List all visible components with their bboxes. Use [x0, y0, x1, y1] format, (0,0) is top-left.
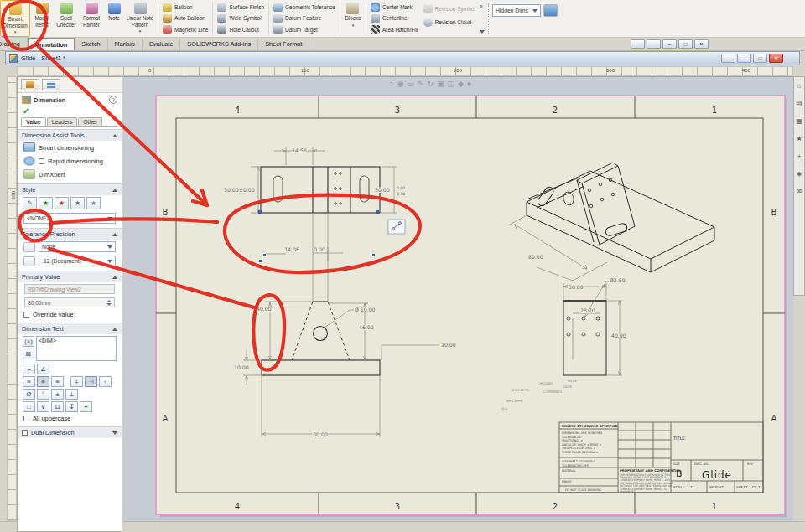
dim-text[interactable]: 30.00 — [569, 284, 584, 290]
help-icon[interactable]: ? — [109, 96, 117, 104]
auto-balloon-button[interactable]: Auto Balloon — [163, 14, 208, 23]
edit-appearance-icon[interactable]: ◆ — [458, 80, 464, 88]
view-hidden-dims-icon[interactable] — [543, 4, 558, 17]
geometric-tolerance-button[interactable]: Geometric Tolerance — [273, 3, 335, 12]
zoom-area-icon[interactable]: ◉ — [397, 80, 403, 88]
justify-center-button[interactable]: ≡ — [37, 376, 49, 387]
centerline-symbol-button[interactable]: ⟂ — [65, 389, 78, 400]
weld-symbol-button[interactable]: Weld Symbol — [217, 14, 264, 23]
dim-text[interactable]: 50.00 — [375, 187, 390, 193]
tab-sketch[interactable]: Sketch — [75, 38, 107, 50]
configuration-tab[interactable] — [42, 79, 60, 90]
smart-dimensioning-row[interactable]: Smart dimensioning — [18, 141, 122, 154]
rotate-view-icon[interactable]: ↻ — [427, 80, 434, 88]
rapid-dimensioning-row[interactable]: Rapid dimensioning — [18, 154, 122, 168]
close-icon[interactable]: ✕ — [769, 54, 783, 63]
previous-view-icon[interactable]: ▭ — [407, 80, 414, 88]
note-text[interactable]: DATE — [564, 385, 572, 389]
note-text[interactable]: Q.A. — [501, 406, 508, 411]
ok-check-icon[interactable]: ✓ — [18, 106, 122, 117]
depth-symbol-button[interactable]: ↧ — [65, 401, 78, 412]
dimension-value-field[interactable]: 80.00mm — [24, 297, 115, 307]
ribbon-overflow-button[interactable]: » — [480, 3, 485, 9]
tab-leaders[interactable]: Leaders — [47, 117, 78, 126]
dim-text[interactable]: 40.00 — [257, 306, 272, 312]
dim-tolerance-text[interactable]: 0.00 — [397, 186, 405, 190]
linear-note-pattern-button[interactable]: Linear Note Pattern ▾ — [124, 0, 156, 37]
rapid-dimensioning-checkbox[interactable] — [39, 158, 44, 164]
design-library-icon[interactable]: ▤ — [796, 100, 802, 107]
dim-text[interactable]: 14.06 — [284, 246, 299, 252]
balloon-button[interactable]: Balloon — [163, 3, 208, 12]
tab-other[interactable]: Other — [78, 117, 102, 126]
counterbore-symbol-button[interactable]: ⊔ — [51, 401, 64, 412]
collapse-chevron-icon[interactable] — [112, 276, 117, 279]
view-settings-icon[interactable]: ● — [467, 80, 471, 88]
window-button[interactable] — [631, 39, 645, 49]
style-pencil-button[interactable]: ✎ — [23, 197, 37, 209]
dim-text[interactable]: 14.56 — [292, 147, 307, 153]
surface-finish-button[interactable]: Surface Finish — [217, 3, 264, 12]
override-value-checkbox[interactable] — [23, 312, 29, 318]
view-context-button[interactable] — [388, 220, 405, 234]
dim-text[interactable]: 10.00 — [441, 342, 456, 348]
dim-text[interactable]: 40.00 — [611, 333, 626, 338]
display-style-icon[interactable]: ▣ — [437, 80, 444, 88]
custom-properties-icon[interactable]: + — [797, 152, 802, 160]
tab-markup[interactable]: Markup — [108, 38, 143, 50]
dim-text[interactable]: 0.00 — [314, 246, 325, 252]
messages-icon[interactable]: ✉ — [797, 188, 802, 195]
magnetic-line-button[interactable]: Magnetic Line — [163, 25, 208, 34]
more-symbols-button[interactable]: + — [80, 401, 92, 412]
dim-text[interactable]: Ø 10.00 — [355, 307, 376, 312]
note-button[interactable]: Note — [104, 0, 124, 37]
zoom-fit-icon[interactable]: ○ — [389, 80, 393, 88]
centerline-button[interactable]: Centerline — [371, 14, 418, 23]
minimize-icon[interactable]: – — [737, 54, 751, 63]
view-orientation-icon[interactable]: ◫ — [447, 80, 454, 88]
area-hatch-button[interactable]: Area Hatch/Fill — [371, 25, 418, 34]
hidden-dims-dropdown[interactable]: Hidden Dims — [492, 4, 541, 17]
justify-top-button[interactable]: ⍏ — [70, 376, 83, 387]
dimension-text-area[interactable]: <DIM> — [36, 336, 117, 361]
dimxpert-row[interactable]: DimXpert — [18, 168, 122, 181]
justify-right-button[interactable]: ≡ — [51, 376, 64, 387]
dim-text-fit-button[interactable]: (×) — [23, 336, 34, 347]
revision-cloud-button[interactable]: Revision Cloud — [423, 18, 475, 27]
tab-drawing[interactable]: Drawing — [0, 38, 28, 50]
format-painter-button[interactable]: Format Painter — [79, 0, 104, 37]
collapse-chevron-icon[interactable] — [112, 328, 117, 331]
drawing-viewport[interactable]: ○ ◉ ▭ ✎ ↻ ▣ ◫ ◆ ● 4 3 2 1 4 3 2 1 B B A … — [122, 76, 793, 521]
value-spinner[interactable] — [106, 300, 112, 306]
dim-text[interactable]: 30.00±0.00 — [224, 187, 255, 193]
tab-solidworks-addins[interactable]: SOLIDWORKS Add-ins — [180, 38, 258, 50]
ribbon-collapse-button[interactable] — [480, 30, 485, 34]
note-text[interactable]: ENG APPR. — [512, 388, 529, 392]
dim-text[interactable]: 28.70 — [580, 307, 595, 313]
model-items-button[interactable]: Model Items — [30, 0, 54, 37]
blocks-button[interactable]: Blocks ▾ — [342, 0, 364, 37]
style-add-button[interactable]: ★ — [39, 197, 53, 209]
dim-text[interactable]: 10.00 — [234, 364, 249, 370]
angle-button[interactable]: ∠ — [37, 364, 49, 374]
smart-dimension-button[interactable]: Smart Dimension ▾ — [0, 0, 30, 37]
style-dropdown[interactable]: <NONE> — [23, 213, 116, 224]
style-load-button[interactable]: ★ — [86, 197, 101, 209]
tolerance-dropdown[interactable]: None — [39, 241, 116, 252]
tab-annotation[interactable]: Annotation — [28, 38, 75, 50]
linear-note-dropdown-arrow[interactable]: ▾ — [139, 28, 142, 34]
note-text[interactable]: CHECKED — [538, 381, 553, 385]
window-button[interactable] — [647, 39, 661, 49]
window-button[interactable] — [721, 54, 735, 63]
all-uppercase-checkbox[interactable] — [23, 416, 29, 421]
degree-symbol-button[interactable]: ° — [37, 389, 49, 400]
expand-chevron-icon[interactable] — [112, 431, 117, 435]
tab-evaluate[interactable]: Evaluate — [143, 38, 180, 50]
tab-sheet-format[interactable]: Sheet Format — [258, 38, 309, 50]
diameter-symbol-button[interactable]: Ø — [23, 389, 35, 400]
all-uppercase-row[interactable]: All uppercase — [18, 413, 122, 424]
datum-target-button[interactable]: Datum Target — [273, 25, 335, 34]
file-explorer-icon[interactable]: ▦ — [796, 117, 802, 125]
dim-text-box-button[interactable]: ⊠ — [23, 349, 34, 359]
dim-text[interactable]: Ø2.50 — [610, 277, 626, 283]
